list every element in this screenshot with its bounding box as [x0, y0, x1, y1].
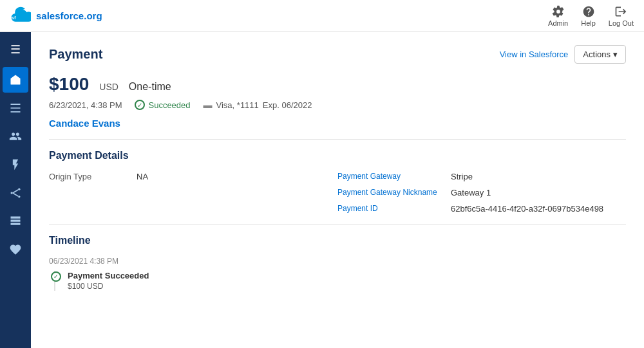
payment-gateway-label: Payment Gateway: [337, 172, 440, 181]
timeline-item: ✓ Payment Succeeded $100 USD: [54, 271, 626, 291]
sidebar-hamburger-button[interactable]: ☰: [5, 37, 26, 62]
status-icon: ✓: [135, 100, 145, 110]
view-in-salesforce-button[interactable]: View in Salesforce: [500, 50, 569, 59]
help-label: Help: [581, 19, 596, 27]
sidebar-item-favorites[interactable]: [3, 237, 28, 262]
sidebar-item-list[interactable]: [3, 95, 28, 121]
home-icon: [9, 73, 22, 86]
right-details: Payment Gateway Stripe Payment Gateway N…: [337, 172, 626, 214]
admin-nav-item[interactable]: Admin: [548, 5, 568, 27]
logout-icon: [614, 5, 627, 18]
left-details: Origin Type NA: [49, 172, 337, 214]
section-divider: [49, 139, 626, 140]
origin-type-value: NA: [137, 172, 148, 181]
card-icon: ▬: [204, 100, 213, 110]
payment-details-title: Payment Details: [49, 150, 626, 161]
timeline-content: Payment Succeeded $100 USD: [68, 271, 149, 291]
timeline-divider: [49, 224, 626, 224]
svg-line-5: [13, 193, 18, 196]
payment-id-value: 62bf6c5a-4416-4f20-a32f-0697b534e498: [451, 204, 603, 214]
timeline-section: Timeline 06/23/2021 4:38 PM ✓ Payment Su…: [49, 235, 626, 291]
sidebar-item-people[interactable]: [3, 124, 28, 149]
svg-point-2: [18, 188, 20, 190]
svg-point-1: [11, 192, 13, 194]
payment-date: 6/23/2021, 4:38 PM: [49, 100, 122, 110]
sidebar-item-connections[interactable]: [3, 180, 28, 206]
payment-gateway-nickname-row: Payment Gateway Nickname Gateway 1: [337, 188, 626, 197]
payment-amount: $100: [49, 74, 89, 95]
logo-area: sf salesforce.org: [10, 6, 102, 26]
svg-point-3: [18, 196, 20, 197]
payment-gateway-row: Payment Gateway Stripe: [337, 172, 626, 181]
logout-label: Log Out: [609, 19, 634, 27]
list-icon: [9, 102, 22, 114]
status-label: Succeeded: [148, 100, 190, 110]
salesforce-logo-icon: sf: [10, 6, 31, 26]
actions-button[interactable]: Actions ▾: [574, 45, 626, 64]
payment-gateway-nickname-label: Payment Gateway Nickname: [337, 188, 440, 197]
sidebar-item-records[interactable]: [3, 208, 28, 234]
card-info: ▬ Visa, *1111 Exp. 06/2022: [204, 100, 312, 110]
timeline-event-label: Payment Succeeded: [68, 271, 149, 280]
origin-type-row: Origin Type NA: [49, 172, 337, 181]
timeline-title: Timeline: [49, 235, 626, 246]
main-content: Payment View in Salesforce Actions ▾ $10…: [31, 32, 644, 348]
help-nav-item[interactable]: Help: [581, 5, 596, 27]
origin-type-label: Origin Type: [49, 172, 126, 181]
heart-icon: [9, 243, 22, 256]
sidebar-item-home[interactable]: [3, 67, 28, 93]
actions-label: Actions: [583, 50, 611, 59]
people-icon: [9, 130, 22, 143]
amount-row: $100 USD One-time: [49, 74, 626, 95]
meta-row: 6/23/2021, 4:38 PM ✓ Succeeded ▬ Visa, *…: [49, 100, 626, 110]
payment-type: One-time: [129, 81, 171, 93]
gear-icon: [552, 5, 565, 18]
page-header: Payment View in Salesforce Actions ▾: [49, 45, 626, 64]
payment-details-section: Payment Details Origin Type NA Payment G…: [49, 150, 626, 214]
svg-text:sf: sf: [12, 14, 16, 20]
nav-right: Admin Help Log Out: [548, 5, 634, 27]
timeline-event-amount: $100 USD: [68, 282, 149, 291]
status-badge: ✓ Succeeded: [135, 100, 190, 110]
actions-chevron-icon: ▾: [613, 50, 618, 59]
timeline-success-icon: ✓: [51, 271, 61, 282]
details-layout: Origin Type NA Payment Gateway Stripe Pa…: [49, 172, 626, 214]
svg-line-4: [13, 190, 18, 193]
logout-nav-item[interactable]: Log Out: [609, 5, 634, 27]
customer-name-link[interactable]: Candace Evans: [49, 118, 626, 129]
records-icon: [9, 215, 22, 228]
logo-text: salesforce.org: [36, 10, 102, 21]
sidebar-item-fundraising[interactable]: [3, 152, 28, 178]
admin-label: Admin: [548, 19, 568, 27]
page-title: Payment: [49, 47, 102, 62]
payment-gateway-value: Stripe: [451, 172, 473, 181]
payment-gateway-nickname-value: Gateway 1: [451, 188, 491, 197]
help-icon: [582, 5, 595, 18]
payment-id-label: Payment ID: [337, 204, 440, 214]
lightning-icon: [9, 158, 22, 171]
sidebar: ☰: [0, 32, 31, 348]
connections-icon: [9, 187, 22, 199]
payment-id-row: Payment ID 62bf6c5a-4416-4f20-a32f-0697b…: [337, 204, 626, 214]
header-actions: View in Salesforce Actions ▾: [500, 45, 626, 64]
card-details: Visa, *1111: [216, 100, 259, 110]
card-expiry: Exp. 06/2022: [263, 100, 312, 110]
timeline-date: 06/23/2021 4:38 PM: [49, 257, 626, 266]
payment-currency: USD: [99, 82, 118, 92]
top-navigation: sf salesforce.org Admin Help Log Out: [0, 0, 644, 32]
